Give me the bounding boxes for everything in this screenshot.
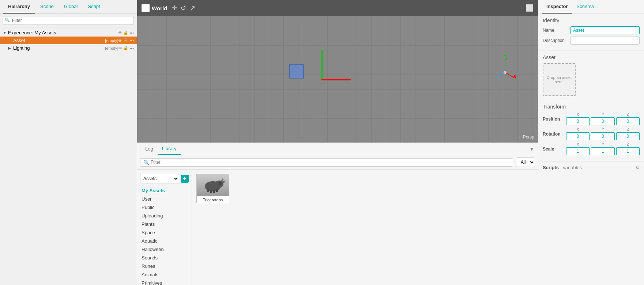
world-label: World bbox=[152, 5, 167, 11]
tab-scene[interactable]: Scene bbox=[35, 0, 59, 14]
left-panel: Hierarchy Scene Global Script ▼ Experien… bbox=[0, 0, 137, 285]
world-icon bbox=[142, 4, 150, 12]
lighting-more-icon[interactable]: ••• bbox=[129, 46, 134, 50]
expand-bottom-icon[interactable]: ▼ bbox=[529, 146, 534, 152]
name-label: Name bbox=[543, 28, 568, 33]
asset-section: Asset Drop an asset here. bbox=[538, 51, 644, 100]
search-icon-wrap bbox=[3, 16, 134, 25]
nav-uploading[interactable]: Uploading bbox=[137, 212, 192, 220]
scale-label: Scale bbox=[543, 147, 565, 152]
assets-search-input[interactable] bbox=[151, 160, 510, 165]
lighting-icons: 👁 🔒 ••• bbox=[118, 46, 134, 50]
nav-halloween[interactable]: Halloween bbox=[137, 245, 192, 254]
scale-y-input[interactable] bbox=[591, 147, 614, 155]
hierarchy-tree: ▼ Experience: My Assets 👁 🔒 ••• Asset [e… bbox=[0, 27, 137, 285]
tab-library[interactable]: Library bbox=[158, 143, 181, 155]
tab-log[interactable]: Log bbox=[141, 143, 158, 155]
lighting-label: Lighting bbox=[13, 45, 103, 51]
lighting-badge: [empty] bbox=[105, 46, 118, 50]
position-y-col: Y bbox=[591, 113, 614, 125]
position-x-label: X bbox=[577, 113, 579, 117]
tab-script[interactable]: Script bbox=[83, 0, 105, 14]
nav-primitives[interactable]: Primitives bbox=[137, 279, 192, 285]
asset-lock-icon[interactable]: 🔒 bbox=[123, 38, 128, 43]
rotation-y-label: Y bbox=[602, 128, 604, 132]
description-input[interactable] bbox=[570, 37, 640, 45]
position-label: Position bbox=[543, 117, 565, 122]
svg-text:Y: Y bbox=[506, 57, 508, 61]
lighting-eye-icon[interactable]: 👁 bbox=[118, 46, 122, 50]
svg-rect-14 bbox=[213, 190, 215, 193]
tab-hierarchy[interactable]: Hierarchy bbox=[3, 0, 35, 14]
position-z-col: Z bbox=[616, 113, 640, 125]
svg-rect-13 bbox=[210, 190, 212, 193]
position-y-input[interactable] bbox=[591, 117, 614, 125]
lighting-lock-icon[interactable]: 🔒 bbox=[123, 46, 128, 50]
tab-schema[interactable]: Schema bbox=[572, 0, 599, 14]
nav-runes[interactable]: Runes bbox=[137, 262, 192, 270]
rotate-tool-icon[interactable]: ↺ bbox=[181, 4, 186, 12]
position-y-label: Y bbox=[602, 113, 604, 117]
asset-label: Asset bbox=[13, 38, 103, 43]
tree-asset[interactable]: Asset [empty] 👁 🔒 ••• bbox=[0, 37, 137, 44]
right-panel: Inspector Schema Identity Name Descripti… bbox=[538, 0, 644, 285]
fullscreen-icon[interactable]: ⬜ bbox=[526, 4, 534, 12]
nav-animals[interactable]: Animals bbox=[137, 270, 192, 279]
nav-space[interactable]: Space bbox=[137, 228, 192, 237]
rotation-x-label: X bbox=[577, 128, 579, 132]
tab-global[interactable]: Global bbox=[59, 0, 83, 14]
asset-more-icon[interactable]: ••• bbox=[129, 38, 134, 43]
lock-icon[interactable]: 🔒 bbox=[123, 30, 128, 35]
scale-z-input[interactable] bbox=[616, 147, 640, 155]
transform-title: Transform bbox=[543, 104, 640, 110]
filter-input[interactable] bbox=[3, 16, 134, 25]
rotation-y-input[interactable] bbox=[591, 132, 614, 140]
tab-inspector[interactable]: Inspector bbox=[542, 0, 572, 14]
triceratops-label: Triceratops bbox=[197, 196, 229, 203]
rotation-y-col: Y bbox=[591, 128, 614, 140]
position-z-input[interactable] bbox=[616, 117, 640, 125]
library-sidebar: Assets + My Assets User Public Uploading… bbox=[137, 170, 192, 285]
svg-point-17 bbox=[219, 182, 222, 185]
scale-tool-icon[interactable]: ↗ bbox=[190, 4, 195, 12]
nav-plants[interactable]: Plants bbox=[137, 220, 192, 228]
tree-experience[interactable]: ▼ Experience: My Assets 👁 🔒 ••• bbox=[0, 29, 137, 37]
lighting-arrow: ▶ bbox=[8, 46, 13, 50]
rotation-z-input[interactable] bbox=[616, 132, 640, 140]
assets-search-icon: 🔍 bbox=[143, 160, 149, 165]
scale-x-label: X bbox=[577, 142, 579, 147]
rotation-row: Rotation X Y Z bbox=[543, 128, 640, 140]
position-x-input[interactable] bbox=[566, 117, 590, 125]
asset-drop-zone[interactable]: Drop an asset here. bbox=[543, 63, 576, 96]
tree-lighting[interactable]: ▶ Lighting [empty] 👁 🔒 ••• bbox=[0, 44, 137, 52]
nav-aquatic[interactable]: Aquatic bbox=[137, 237, 192, 245]
asset-eye-icon[interactable]: 👁 bbox=[118, 38, 122, 43]
asset-triceratops[interactable]: Triceratops bbox=[196, 174, 229, 203]
scale-x-input[interactable] bbox=[566, 147, 590, 155]
assets-category-select[interactable]: Assets bbox=[140, 174, 179, 183]
name-input[interactable] bbox=[570, 26, 640, 34]
nav-my-assets[interactable]: My Assets bbox=[137, 186, 192, 195]
assets-filter-select[interactable]: All bbox=[516, 157, 535, 167]
nav-user[interactable]: User bbox=[137, 195, 192, 203]
more-icon[interactable]: ••• bbox=[129, 31, 134, 35]
eye-icon[interactable]: 👁 bbox=[118, 31, 122, 35]
viewport-canvas[interactable]: Y X ←Persp bbox=[137, 16, 538, 142]
right-tabs: Inspector Schema bbox=[538, 0, 644, 14]
nav-sounds[interactable]: Sounds bbox=[137, 254, 192, 262]
bottom-panel: Log Library ▼ 🔍 All Assets + My Asset bbox=[137, 142, 538, 285]
move-tool-icon[interactable]: ✛ bbox=[172, 4, 177, 12]
rotation-x-input[interactable] bbox=[566, 132, 590, 140]
scale-z-label: Z bbox=[627, 142, 629, 147]
scale-y-col: Y bbox=[591, 142, 614, 155]
svg-rect-16 bbox=[216, 189, 218, 192]
svg-line-4 bbox=[496, 72, 505, 78]
assets-search-bar: 🔍 All bbox=[137, 155, 538, 170]
assets-grid: Triceratops bbox=[192, 170, 538, 285]
refresh-icon[interactable]: ↻ bbox=[636, 165, 640, 170]
viewport-header: World ✛ ↺ ↗ ⬜ bbox=[137, 0, 538, 16]
scale-axes: X Y Z bbox=[566, 142, 640, 155]
nav-public[interactable]: Public bbox=[137, 203, 192, 212]
add-asset-button[interactable]: + bbox=[181, 175, 189, 183]
svg-text:X: X bbox=[515, 74, 516, 77]
